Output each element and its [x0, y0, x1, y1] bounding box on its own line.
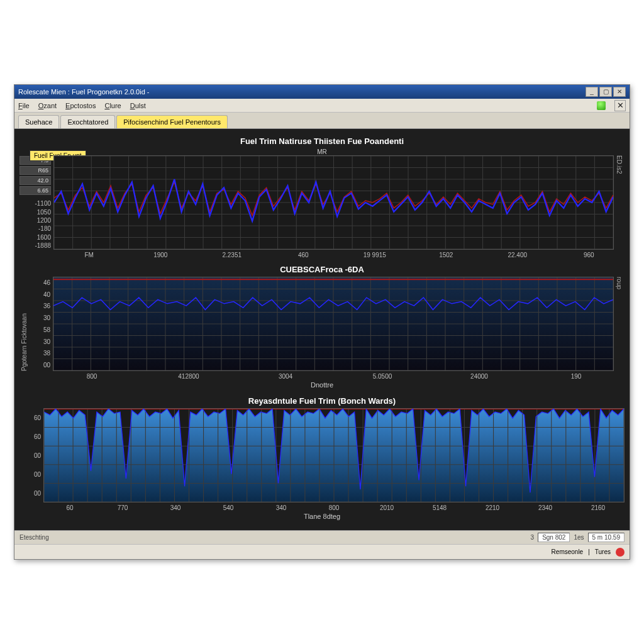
- panel-close-button[interactable]: ✕: [614, 100, 626, 111]
- footerbar: Remseonle | Tures: [14, 544, 630, 559]
- panel-1-y-axis: 7.5 R65 42.0 6.65 -1100 1050 1200 -180 1…: [19, 155, 53, 250]
- plot-area: Fuel Trim Natiruse Thiisten Fue Poandent…: [14, 129, 630, 530]
- panel-3-x-axis: 60 770 340 540 340 800 2010 5148 2210 23…: [19, 502, 625, 513]
- panel-2-x-axis: 800 412800 3004 5.0500 24000 190: [19, 371, 625, 381]
- panel-2-title: CUEBSCAFroca -6DA: [19, 262, 625, 277]
- panel-1-y-axis-right: ED.is2: [614, 155, 625, 250]
- menubar: File Ozant Epctostos Clure Dulst ✕: [14, 99, 630, 113]
- tab-2[interactable]: Pifocisenchind Fuel Penentours: [116, 115, 228, 128]
- statusbar: Eteschting 3 Sgn 802 1es 5 m 10.59: [14, 530, 630, 544]
- menu-epctostos[interactable]: Epctostos: [65, 102, 96, 109]
- panel-1: Fuel Trim Natiruse Thiisten Fue Poandent…: [19, 134, 625, 260]
- tabbar: Suehace Exochtatored Pifocisenchind Fuel…: [14, 113, 630, 129]
- status-text: Eteschting: [19, 534, 49, 541]
- close-button[interactable]: ✕: [613, 87, 626, 97]
- panel-1-legend: 7.5 R65 42.0 6.65: [19, 156, 51, 195]
- panel-2-x-sublabel: Dnottre: [19, 381, 625, 391]
- shield-icon: [597, 101, 606, 110]
- menu-ozant[interactable]: Ozant: [38, 102, 57, 109]
- titlebar: Rolescate Mien : Fuel Progonetkn 2.0.0id…: [14, 85, 630, 99]
- panel-3-x-sublabel: Tlane 8dteg: [19, 513, 625, 523]
- panel-2-plot[interactable]: [53, 277, 614, 371]
- minimize-button[interactable]: _: [586, 87, 598, 97]
- window-title: Rolescate Mien : Fuel Progonetkn 2.0.0id…: [18, 88, 150, 96]
- tab-0[interactable]: Suehace: [18, 115, 59, 128]
- menu-dulst[interactable]: Dulst: [130, 102, 146, 109]
- panel-2: CUEBSCAFroca -6DA Pgotearn Ficktovaan 46…: [19, 262, 625, 391]
- maximize-button[interactable]: ▢: [599, 87, 612, 97]
- panel-1-plot[interactable]: [53, 155, 614, 250]
- panel-1-title: Fuel Trim Natiruse Thiisten Fue Poandent…: [19, 134, 625, 148]
- panel-3-y-axis: 60 60 00 00 00: [19, 408, 43, 502]
- panel-1-x-axis: FM 1900 2.2351 460 19 9915 1502 22.400 9…: [19, 250, 625, 260]
- status-field-2: 5 m 10.59: [588, 533, 625, 542]
- footer-button-1[interactable]: Remseonle: [552, 548, 584, 555]
- panel-3-plot[interactable]: [43, 408, 625, 502]
- menu-file[interactable]: File: [18, 102, 30, 109]
- panel-3: Reyasdntule Fuel Trim (Bonch Wards) 60 6…: [19, 394, 625, 523]
- panel-1-subtitle: MR: [19, 148, 625, 155]
- panel-3-title: Reyasdntule Fuel Trim (Bonch Wards): [19, 394, 625, 408]
- footer-button-2[interactable]: Tures: [595, 548, 611, 555]
- panel-2-y-label: Pgotearn Ficktovaan: [19, 277, 29, 371]
- panel-2-y-axis-right: roup: [614, 277, 625, 371]
- status-field-1: Sgn 802: [538, 533, 570, 542]
- footer-close-icon[interactable]: [616, 548, 625, 557]
- menu-clure[interactable]: Clure: [104, 102, 121, 109]
- panel-2-y-axis: 46 40 36 30 58 30 38 00: [29, 277, 53, 371]
- tab-1[interactable]: Exochtatored: [60, 115, 115, 128]
- app-window: Rolescate Mien : Fuel Progonetkn 2.0.0id…: [14, 84, 630, 560]
- window-controls: _ ▢ ✕: [586, 87, 626, 97]
